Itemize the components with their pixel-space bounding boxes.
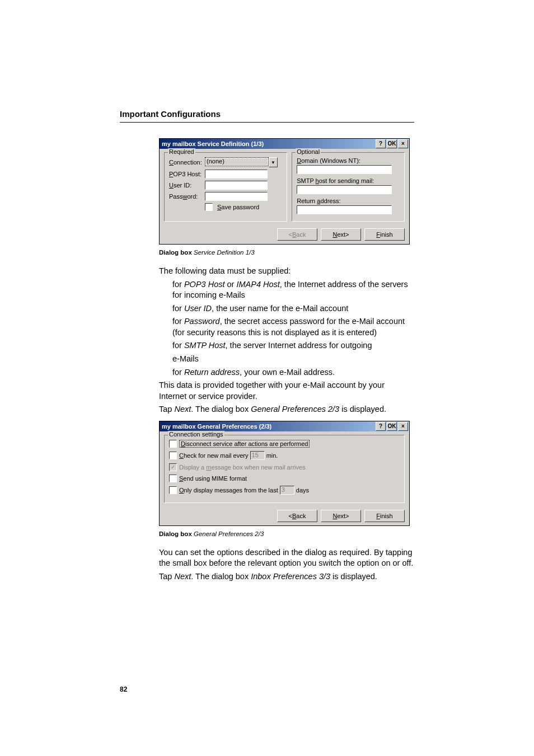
connection-label: Connection:	[169, 159, 203, 166]
caption-2: Dialog box General Preferences 2/3	[159, 530, 414, 537]
connection-value: (none)	[205, 157, 269, 166]
userid-input[interactable]	[205, 181, 268, 190]
password-input[interactable]	[205, 192, 268, 201]
check-mail-value[interactable]: 15	[250, 451, 265, 460]
help-icon[interactable]: ?	[376, 139, 386, 148]
only-display-label-b: days	[296, 487, 309, 494]
section-title: Important Configurations	[120, 109, 414, 119]
optional-legend: Optional	[296, 148, 321, 155]
smtp-label: SMTP host for sending mail:	[297, 177, 374, 184]
check-mail-label-a: Check for new mail every	[179, 452, 249, 459]
check-mail-checkbox[interactable]	[169, 452, 177, 459]
return-label: Return address:	[297, 198, 340, 204]
display-msgbox-checkbox: ✓	[169, 463, 177, 471]
save-password-label: Save password	[217, 204, 259, 210]
page-number: 82	[120, 685, 127, 693]
save-password-checkbox[interactable]	[205, 203, 213, 211]
pop3-input[interactable]	[205, 170, 268, 179]
display-msgbox-label: Display a message box when new mail arri…	[179, 464, 306, 471]
dialog-title: my mailbox Service Definition (1/3)	[162, 140, 374, 147]
chevron-down-icon[interactable]: ▼	[269, 157, 278, 167]
userid-label: User ID:	[169, 182, 203, 189]
dialog-screenshot-1: my mailbox Service Definition (1/3) ? OK…	[159, 138, 410, 245]
ok-button[interactable]: OK	[387, 139, 397, 148]
connection-settings-legend: Connection settings	[168, 431, 224, 438]
dialog-screenshot-2: my mailbox General Preferences (2/3) ? O…	[159, 421, 410, 526]
disconnect-label: Disconnect service after actions are per…	[179, 440, 310, 448]
close-icon[interactable]: ×	[398, 139, 408, 148]
password-label: Password:	[169, 193, 203, 200]
back-button-2[interactable]: <Back	[277, 510, 317, 522]
divider	[120, 122, 414, 123]
help-icon[interactable]: ?	[376, 422, 386, 431]
mime-label: Send using MIME format	[179, 475, 247, 482]
back-button: <Back	[277, 228, 317, 241]
title-bar: my mailbox Service Definition (1/3) ? OK…	[160, 139, 409, 149]
connection-combo[interactable]: (none) ▼	[205, 157, 278, 167]
mime-checkbox[interactable]	[169, 475, 177, 482]
next-button-2[interactable]: Next>	[321, 510, 361, 522]
check-mail-label-b: min.	[266, 452, 278, 459]
only-display-label-a: Only display messages from the last	[179, 487, 278, 494]
only-display-checkbox[interactable]	[169, 486, 177, 494]
body-text-1: The following data must be supplied: for…	[159, 266, 414, 415]
close-icon[interactable]: ×	[398, 422, 408, 431]
caption-1: Dialog box Service Definition 1/3	[159, 249, 414, 256]
finish-button[interactable]: Finish	[364, 228, 405, 241]
domain-label: Domain (Windows NT):	[297, 157, 360, 164]
finish-button-2[interactable]: Finish	[364, 510, 405, 522]
smtp-input[interactable]	[297, 185, 392, 194]
required-legend: Required	[168, 148, 195, 155]
ok-button[interactable]: OK	[387, 422, 397, 431]
next-button[interactable]: Next>	[321, 228, 361, 241]
domain-input[interactable]	[297, 165, 392, 174]
pop3-label: POP3 Host:	[169, 171, 203, 177]
disconnect-checkbox[interactable]	[169, 440, 177, 448]
title-bar-2: my mailbox General Preferences (2/3) ? O…	[160, 421, 409, 431]
body-text-2: You can set the options described in the…	[159, 547, 414, 583]
dialog-title-2: my mailbox General Preferences (2/3)	[162, 423, 374, 430]
only-display-value[interactable]: 3	[280, 486, 294, 495]
return-input[interactable]	[297, 205, 392, 214]
